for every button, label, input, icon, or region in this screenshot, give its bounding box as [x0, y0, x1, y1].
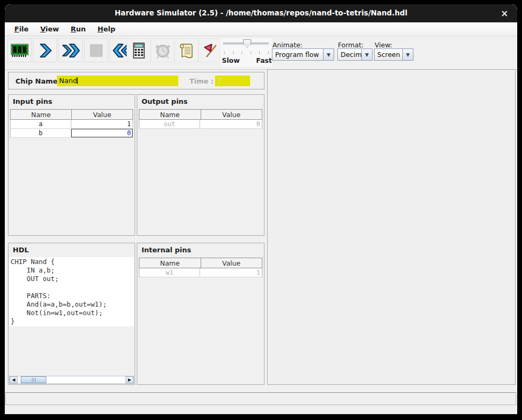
- name-column-header: Name: [139, 110, 201, 119]
- scroll-icon: [179, 42, 195, 59]
- slider-thumb[interactable]: [243, 39, 251, 48]
- time-field: 7: [215, 76, 250, 86]
- menu-help[interactable]: Help: [97, 25, 115, 33]
- breakpoints-button[interactable]: [198, 38, 222, 62]
- table-row[interactable]: a 1: [10, 120, 133, 129]
- animate-select[interactable]: Program flow ▼: [272, 48, 334, 61]
- view-select[interactable]: Screen ▼: [374, 48, 413, 61]
- value-column-header: Value: [201, 258, 262, 268]
- flag-icon: [202, 42, 219, 59]
- value-column-header: Value: [71, 110, 132, 119]
- pin-value-selected[interactable]: 0: [71, 129, 133, 137]
- chip-name-label: Chip Name :: [15, 77, 63, 85]
- name-column-header: Name: [139, 258, 201, 268]
- hdl-panel: HDL CHIP Nand { IN a,b; OUT out; PARTS: …: [8, 243, 135, 385]
- chip-name-bar: Chip Name : Nand Time : 7: [8, 72, 264, 89]
- internal-pins-panel: Internal pins Name Value w1 1: [137, 243, 264, 385]
- alarm-clock-icon: [154, 42, 171, 59]
- hdl-code-line: OUT out;: [11, 275, 134, 283]
- table-row[interactable]: b 0: [10, 129, 133, 138]
- input-pins-title: Input pins: [9, 95, 135, 105]
- stop-square-icon: [89, 44, 103, 57]
- output-pins-panel: Output pins Name Value out 0: [137, 94, 264, 236]
- hdl-code-line: }: [11, 317, 134, 326]
- run-button[interactable]: [59, 38, 82, 62]
- scrollbar-thumb[interactable]: [21, 376, 46, 383]
- format-value: Decimal: [338, 49, 361, 60]
- chevron-down-icon: ▼: [402, 49, 413, 60]
- view-value: Screen: [375, 49, 402, 60]
- hdl-code-line: CHIP Nand {: [11, 258, 134, 266]
- load-script-button[interactable]: [175, 38, 198, 62]
- scroll-right-arrow-icon[interactable]: ▶: [126, 376, 134, 383]
- status-bar: [5, 392, 516, 405]
- title-bar: Hardware Simulator (2.5) - /home/thomas/…: [5, 4, 517, 22]
- hdl-code-line: IN a,b;: [11, 266, 134, 275]
- menu-bar: File View Run Help: [5, 22, 517, 36]
- chevron-down-icon: ▼: [323, 49, 334, 60]
- internal-pins-title: Internal pins: [137, 243, 264, 254]
- view-label: View:: [375, 41, 392, 49]
- output-pins-table: Name Value out 0: [139, 109, 262, 129]
- app-window: Hardware Simulator (2.5) - /home/thomas/…: [5, 4, 517, 414]
- menu-file[interactable]: File: [14, 25, 29, 33]
- hdl-code-view[interactable]: CHIP Nand { IN a,b; OUT out; PARTS: And(…: [9, 257, 134, 326]
- format-label: Format:: [338, 41, 363, 49]
- single-step-button[interactable]: [33, 38, 57, 62]
- time-label: Time :: [189, 77, 213, 85]
- hdl-title: HDL: [9, 243, 135, 254]
- hdl-horizontal-scrollbar[interactable]: ◀ ▶: [9, 376, 134, 384]
- window-title: Hardware Simulator (2.5) - /home/thomas/…: [5, 9, 517, 17]
- chip-name-field[interactable]: Nand: [57, 76, 178, 86]
- text-caret: [77, 77, 78, 84]
- pin-name: out: [139, 120, 200, 128]
- animate-label: Animate:: [272, 41, 303, 49]
- value-column-header: Value: [201, 110, 262, 119]
- speed-slider-group: Slow Fast: [221, 38, 272, 67]
- format-select[interactable]: Decimal ▼: [337, 48, 372, 61]
- pin-name: w1: [139, 268, 200, 277]
- scrollbar-track[interactable]: [18, 376, 126, 383]
- chevron-right-icon: [37, 42, 53, 59]
- stop-button[interactable]: [84, 38, 108, 62]
- pin-name: a: [11, 120, 71, 128]
- close-button[interactable]: ×: [499, 8, 510, 19]
- hdl-code-line: [11, 283, 134, 292]
- calculator-icon: [131, 42, 146, 59]
- animate-value: Program flow: [272, 49, 323, 60]
- menu-run[interactable]: Run: [71, 25, 86, 33]
- pin-name: b: [11, 129, 71, 137]
- hdl-code-line: PARTS:: [11, 292, 134, 300]
- pin-value: 0: [200, 120, 262, 128]
- table-row[interactable]: w1 1: [139, 268, 262, 277]
- slow-label: Slow: [222, 56, 239, 64]
- eval-button[interactable]: [127, 38, 151, 62]
- table-row[interactable]: out 0: [139, 120, 262, 129]
- hdl-code-line: And(a=a,b=b,out=w1);: [11, 300, 134, 309]
- chevron-down-icon: ▼: [361, 49, 372, 60]
- table-header: Name Value: [139, 258, 262, 268]
- memory-chip-icon: [10, 43, 29, 59]
- hdl-code-line: Not(in=w1,out=out);: [11, 309, 134, 317]
- name-column-header: Name: [11, 110, 71, 119]
- clock-button[interactable]: [151, 38, 175, 62]
- table-header: Name Value: [10, 109, 133, 120]
- fast-label: Fast: [256, 56, 272, 64]
- input-pins-panel: Input pins Name Value a 1 b 0: [8, 94, 135, 236]
- double-chevron-right-icon: [61, 42, 80, 59]
- pin-value[interactable]: 1: [71, 120, 133, 128]
- output-pins-title: Output pins: [137, 95, 264, 105]
- toolbar: Slow Fast Animate: Program flow ▼ Format…: [5, 36, 517, 70]
- input-pins-table: Name Value a 1 b 0: [10, 109, 133, 138]
- load-chip-button[interactable]: [7, 38, 31, 62]
- slider-ticks: [224, 51, 269, 54]
- chip-display-panel: [267, 69, 516, 385]
- pin-value: 1: [200, 268, 262, 277]
- internal-pins-table: Name Value w1 1: [139, 258, 262, 277]
- menu-view[interactable]: View: [40, 25, 59, 33]
- scroll-left-arrow-icon[interactable]: ◀: [10, 376, 18, 383]
- hardware-simulator-screen: Hardware Simulator (2.5) - /home/thomas/…: [0, 0, 522, 420]
- table-header: Name Value: [139, 109, 262, 120]
